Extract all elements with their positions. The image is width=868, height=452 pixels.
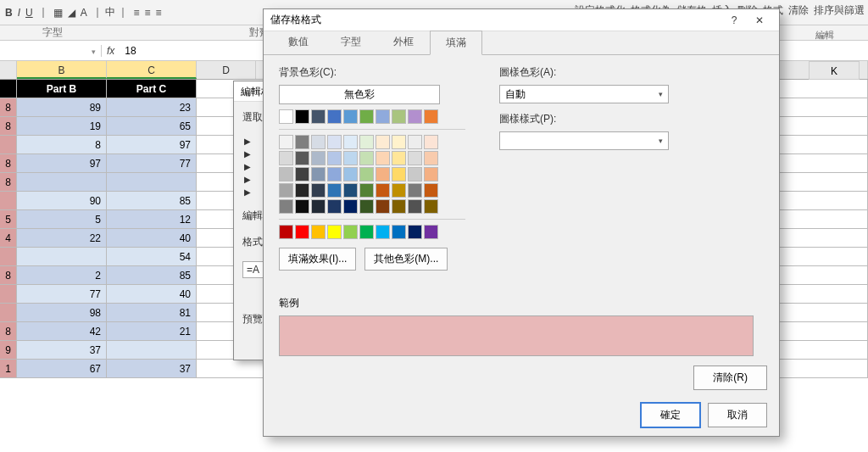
color-swatch[interactable] xyxy=(327,135,342,149)
color-swatch[interactable] xyxy=(343,151,358,165)
color-swatch[interactable] xyxy=(279,167,293,181)
pattern-style-combo[interactable]: ▾ xyxy=(499,131,669,150)
color-swatch[interactable] xyxy=(408,151,422,165)
color-swatch[interactable] xyxy=(359,109,374,124)
color-swatch[interactable] xyxy=(311,151,326,165)
color-swatch[interactable] xyxy=(343,183,358,198)
color-swatch[interactable] xyxy=(327,199,342,214)
color-swatch[interactable] xyxy=(327,151,342,165)
underline-button[interactable]: U xyxy=(25,7,33,19)
color-swatch[interactable] xyxy=(279,151,293,165)
color-swatch[interactable] xyxy=(392,135,406,149)
color-swatch[interactable] xyxy=(424,225,438,239)
cell[interactable]: 97 xyxy=(107,136,197,153)
help-icon[interactable]: ? xyxy=(721,14,747,26)
color-swatch[interactable] xyxy=(376,225,390,239)
tab-number[interactable]: 數值 xyxy=(272,30,325,54)
tab-font[interactable]: 字型 xyxy=(325,30,377,54)
color-swatch[interactable] xyxy=(295,151,309,165)
cell[interactable]: 4 xyxy=(0,229,17,247)
color-swatch[interactable] xyxy=(408,167,422,181)
color-swatch[interactable] xyxy=(311,109,326,124)
cancel-button[interactable]: 取消 xyxy=(708,403,767,427)
color-swatch[interactable] xyxy=(295,183,309,198)
col-header-a[interactable] xyxy=(0,61,17,79)
cell[interactable]: 67 xyxy=(17,360,107,377)
cell[interactable]: 8 xyxy=(0,154,17,172)
cell[interactable]: 89 xyxy=(17,98,107,116)
color-swatch[interactable] xyxy=(359,199,374,214)
color-swatch[interactable] xyxy=(359,135,374,149)
color-swatch[interactable] xyxy=(376,151,390,165)
color-swatch[interactable] xyxy=(376,135,390,149)
cell[interactable]: 37 xyxy=(107,360,197,377)
color-swatch[interactable] xyxy=(295,199,309,214)
color-swatch[interactable] xyxy=(392,167,406,181)
cell[interactable]: 85 xyxy=(107,192,197,209)
cell[interactable]: 8 xyxy=(0,98,17,116)
cell[interactable]: 1 xyxy=(0,360,17,377)
color-swatch[interactable] xyxy=(343,199,358,214)
cell[interactable]: 98 xyxy=(17,304,107,321)
color-swatch[interactable] xyxy=(424,183,438,198)
color-swatch[interactable] xyxy=(408,109,422,124)
color-swatch[interactable] xyxy=(295,225,309,239)
color-swatch[interactable] xyxy=(392,109,406,124)
tab-border[interactable]: 外框 xyxy=(377,30,430,54)
cell[interactable] xyxy=(0,248,17,265)
cell[interactable]: 8 xyxy=(17,136,107,153)
color-swatch[interactable] xyxy=(424,135,438,149)
col-header-d[interactable]: D xyxy=(197,61,256,79)
color-swatch[interactable] xyxy=(359,151,374,165)
color-swatch[interactable] xyxy=(327,225,342,239)
col-header-b[interactable]: B xyxy=(17,61,107,79)
color-swatch[interactable] xyxy=(408,135,422,149)
cell[interactable]: 5 xyxy=(17,210,107,228)
color-swatch[interactable] xyxy=(279,109,293,124)
cell[interactable]: 90 xyxy=(17,192,107,209)
cell[interactable] xyxy=(0,285,17,303)
cell[interactable]: 21 xyxy=(107,322,197,340)
color-swatch[interactable] xyxy=(279,183,293,198)
color-swatch[interactable] xyxy=(311,167,326,181)
align-right-icon[interactable]: ≡ xyxy=(155,7,161,19)
tab-fill[interactable]: 填滿 xyxy=(430,31,482,55)
cell[interactable]: 19 xyxy=(17,117,107,135)
color-swatch[interactable] xyxy=(327,109,342,124)
header-part-c[interactable]: Part C xyxy=(107,80,197,98)
color-swatch[interactable] xyxy=(376,183,390,198)
cell[interactable]: 77 xyxy=(17,285,107,303)
fill-effects-button[interactable]: 填滿效果(I)... xyxy=(279,248,356,271)
pattern-color-combo[interactable]: 自動 ▾ xyxy=(499,85,669,103)
cell[interactable]: 42 xyxy=(17,322,107,340)
cell[interactable]: 97 xyxy=(17,154,107,172)
color-swatch[interactable] xyxy=(392,151,406,165)
color-swatch[interactable] xyxy=(311,135,326,149)
color-swatch[interactable] xyxy=(408,183,422,198)
cell[interactable]: 2 xyxy=(17,266,107,284)
fx-icon[interactable]: fx xyxy=(102,45,120,57)
col-header-k[interactable]: K xyxy=(809,61,860,80)
color-swatch[interactable] xyxy=(279,225,293,239)
close-icon[interactable]: ✕ xyxy=(747,14,772,26)
col-header-c[interactable]: C xyxy=(107,61,197,79)
color-swatch[interactable] xyxy=(359,225,374,239)
align-center-icon[interactable]: ≡ xyxy=(144,7,150,19)
color-swatch[interactable] xyxy=(311,183,326,198)
cell[interactable] xyxy=(0,192,17,209)
color-swatch[interactable] xyxy=(279,199,293,214)
cell[interactable]: 8 xyxy=(0,117,17,135)
cell[interactable]: 12 xyxy=(107,210,197,228)
cell[interactable] xyxy=(107,341,197,359)
color-swatch[interactable] xyxy=(424,167,438,181)
fill-color-icon[interactable]: ◢ xyxy=(68,7,75,19)
color-swatch[interactable] xyxy=(424,109,438,124)
color-swatch[interactable] xyxy=(359,183,374,198)
color-swatch[interactable] xyxy=(343,167,358,181)
color-swatch[interactable] xyxy=(376,167,390,181)
name-box[interactable] xyxy=(0,45,102,57)
align-left-icon[interactable]: ≡ xyxy=(133,7,139,19)
color-swatch[interactable] xyxy=(392,225,406,239)
cell[interactable]: 65 xyxy=(107,117,197,135)
cell[interactable]: 5 xyxy=(0,210,17,228)
